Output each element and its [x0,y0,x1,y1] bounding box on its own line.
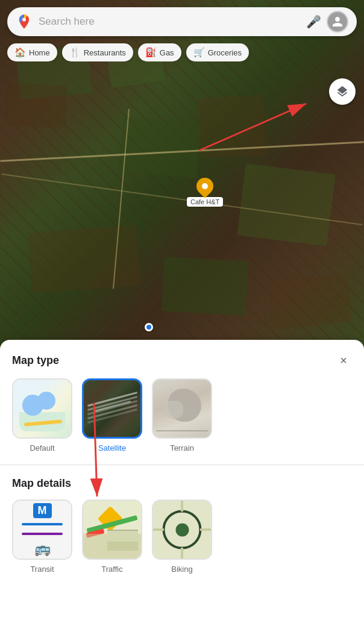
map-options-panel: Map type × Default [0,340,364,617]
transit-label: Transit [30,565,54,574]
pill-groceries[interactable]: 🛒 Groceries [186,43,249,61]
default-thumb [12,378,72,439]
map-type-satellite[interactable]: Satellite [82,378,142,453]
map-details-title: Map details [12,477,71,490]
category-pills: 🏠 Home 🍴 Restaurants ⛽ Gas 🛒 Groceries [0,43,364,61]
user-location-dot [145,323,153,331]
cafe-marker[interactable]: Cafe H&T [187,178,223,207]
pill-home[interactable]: 🏠 Home [7,43,57,61]
map-detail-traffic[interactable]: Traffic [82,500,142,574]
biking-label: Biking [171,565,192,574]
map-detail-biking[interactable]: Biking [152,500,212,574]
traffic-label: Traffic [101,565,122,574]
terrain-label: Terrain [170,443,194,453]
search-bar[interactable]: Search here 🎤 [7,7,357,36]
layers-button[interactable] [329,78,356,105]
pill-gas[interactable]: ⛽ Gas [138,43,181,61]
map-type-terrain[interactable]: Terrain [152,378,212,453]
groceries-icon: 🛒 [193,47,205,58]
google-maps-logo-icon [16,13,33,30]
pill-groceries-label: Groceries [208,48,242,57]
close-button[interactable]: × [335,352,352,369]
microphone-icon[interactable]: 🎤 [305,13,322,30]
home-icon: 🏠 [14,47,26,58]
layers-icon [336,85,349,98]
restaurants-icon: 🍴 [69,47,81,58]
transit-bus-icon: 🚌 [34,541,51,557]
search-input[interactable]: Search here [39,16,300,28]
pill-restaurants[interactable]: 🍴 Restaurants [62,43,133,61]
satellite-thumb [82,378,142,439]
map-type-grid: Default Satellite [12,378,352,453]
transit-blue-line [22,523,62,525]
pill-gas-label: Gas [160,48,174,57]
satellite-label: Satellite [98,443,126,453]
profile-avatar[interactable] [327,11,348,33]
section-divider [0,465,364,465]
default-label: Default [30,443,54,453]
transit-thumb: M 🚌 [12,500,72,560]
biking-thumb [152,500,212,560]
map-type-default[interactable]: Default [12,378,72,453]
pill-restaurants-label: Restaurants [84,48,126,57]
transit-purple-line [22,533,62,535]
terrain-thumb [152,378,212,439]
pill-home-label: Home [29,48,50,57]
map-type-header: Map type × [12,352,352,369]
map-details-grid: M 🚌 Transit [12,500,352,574]
map-details-header: Map details [12,477,352,490]
cafe-label: Cafe H&T [187,197,223,207]
gas-icon: ⛽ [145,47,157,58]
transit-m-label: M [33,503,52,518]
map-type-title: Map type [12,354,59,367]
map-view[interactable]: Search here 🎤 🏠 Home 🍴 Restaurants ⛽ Gas… [0,0,364,349]
map-detail-transit[interactable]: M 🚌 Transit [12,500,72,574]
traffic-thumb [82,500,142,560]
svg-point-0 [22,18,26,22]
